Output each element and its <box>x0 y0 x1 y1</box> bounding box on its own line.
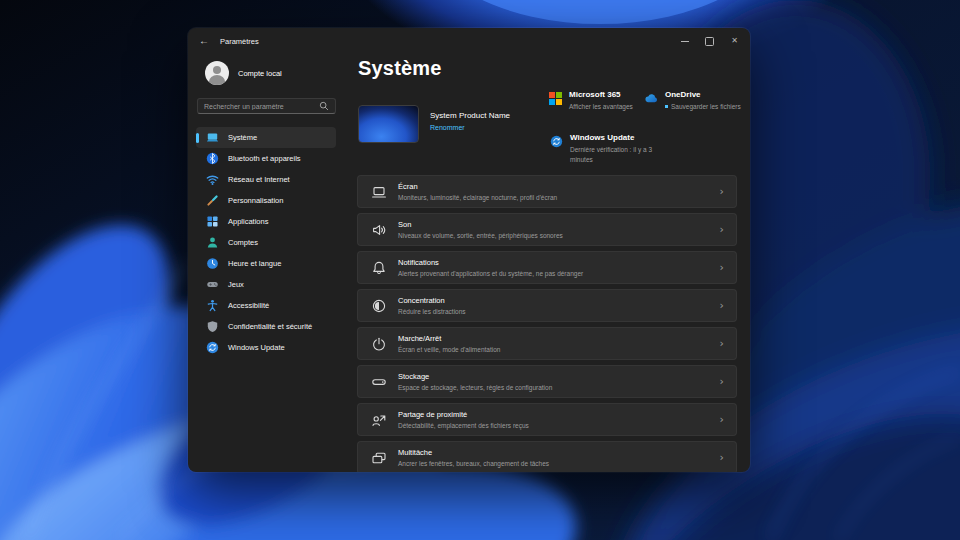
maximize-icon <box>705 37 714 46</box>
accounts-icon <box>206 236 219 249</box>
microsoft365-card[interactable]: Microsoft 365 Afficher les avantages <box>549 90 633 112</box>
accessibility-icon <box>206 299 219 312</box>
microsoft365-subtitle: Afficher les avantages <box>569 102 633 112</box>
row-partage-proximite[interactable]: Partage de proximité Détectabilité, empl… <box>357 403 737 436</box>
onedrive-title: OneDrive <box>665 90 741 99</box>
device-card: System Product Name Renommer <box>358 105 510 143</box>
sidebar-item-accessibilite[interactable]: Accessibilité <box>196 295 336 316</box>
chevron-right-icon: › <box>720 414 724 425</box>
settings-list: Écran Moniteurs, luminosité, éclairage n… <box>357 175 737 472</box>
sidebar-nav: Système Bluetooth et appareils Réseau et… <box>196 127 336 358</box>
device-name: System Product Name <box>430 111 510 120</box>
chevron-right-icon: › <box>720 186 724 197</box>
sidebar-item-label: Windows Update <box>228 343 285 352</box>
sidebar-item-label: Réseau et Internet <box>228 175 290 184</box>
chevron-right-icon: › <box>720 262 724 273</box>
sidebar-item-heure-langue[interactable]: Heure et langue <box>196 253 336 274</box>
personalization-icon <box>206 194 219 207</box>
avatar <box>205 61 229 85</box>
focus-icon <box>371 298 387 314</box>
bluetooth-icon <box>206 152 219 165</box>
row-multitache[interactable]: Multitâche Ancrer les fenêtres, bureaux,… <box>357 441 737 472</box>
search-box <box>197 98 336 114</box>
multitask-windows-icon <box>371 450 387 466</box>
row-stockage[interactable]: Stockage Espace de stockage, lecteurs, r… <box>357 365 737 398</box>
account-name: Compte local <box>238 69 282 78</box>
microsoft-logo-icon <box>549 91 562 104</box>
sidebar-item-label: Confidentialité et sécurité <box>228 322 312 331</box>
sidebar-item-applications[interactable]: Applications <box>196 211 336 232</box>
sound-icon <box>371 222 387 238</box>
sidebar: Compte local Système Bluetooth et appare… <box>188 54 344 472</box>
storage-drive-icon <box>371 374 387 390</box>
close-icon: ✕ <box>731 37 738 45</box>
sidebar-item-label: Heure et langue <box>228 259 281 268</box>
chevron-right-icon: › <box>720 376 724 387</box>
apps-icon <box>206 215 219 228</box>
device-thumbnail <box>358 105 419 143</box>
chevron-right-icon: › <box>720 300 724 311</box>
sidebar-item-windows-update[interactable]: Windows Update <box>196 337 336 358</box>
onedrive-cloud-icon <box>645 91 658 104</box>
chevron-right-icon: › <box>720 224 724 235</box>
account-card[interactable]: Compte local <box>205 61 336 85</box>
main-pane: Système System Product Name Renommer Mic… <box>344 54 750 472</box>
sidebar-item-label: Accessibilité <box>228 301 269 310</box>
onedrive-subtitle: Sauvegarder les fichiers <box>665 102 741 112</box>
sidebar-item-bluetooth[interactable]: Bluetooth et appareils <box>196 148 336 169</box>
sidebar-item-label: Personnalisation <box>228 196 283 205</box>
bullet-icon <box>665 105 668 108</box>
windows-update-card[interactable]: Windows Update Dernière vérification : i… <box>550 133 674 165</box>
window-title: Paramètres <box>220 37 259 46</box>
chevron-right-icon: › <box>720 338 724 349</box>
back-button[interactable]: ← <box>199 36 209 46</box>
search-icon <box>319 101 329 111</box>
power-icon <box>371 336 387 352</box>
windows-update-subtitle: Dernière vérification : il y a 3 minutes <box>570 145 674 165</box>
settings-window: ← Paramètres ✕ Compte local Système Blue… <box>188 28 750 472</box>
sidebar-item-label: Jeux <box>228 280 244 289</box>
window-controls: ✕ <box>672 28 747 54</box>
row-son[interactable]: Son Niveaux de volume, sortie, entrée, p… <box>357 213 737 246</box>
row-ecran[interactable]: Écran Moniteurs, luminosité, éclairage n… <box>357 175 737 208</box>
display-icon <box>371 184 387 200</box>
row-notifications[interactable]: Notifications Alertes provenant d'applic… <box>357 251 737 284</box>
sidebar-item-jeux[interactable]: Jeux <box>196 274 336 295</box>
sidebar-item-personnalisation[interactable]: Personnalisation <box>196 190 336 211</box>
bell-icon <box>371 260 387 276</box>
network-icon <box>206 173 219 186</box>
rename-link[interactable]: Renommer <box>430 124 510 131</box>
sidebar-item-confidentialite[interactable]: Confidentialité et sécurité <box>196 316 336 337</box>
nearby-share-icon <box>371 412 387 428</box>
close-button[interactable]: ✕ <box>722 28 747 54</box>
sidebar-item-label: Bluetooth et appareils <box>228 154 301 163</box>
row-marche-arret[interactable]: Marche/Arrêt Écran et veille, mode d'ali… <box>357 327 737 360</box>
sidebar-item-systeme[interactable]: Système <box>196 127 336 148</box>
gaming-icon <box>206 278 219 291</box>
microsoft365-title: Microsoft 365 <box>569 90 633 99</box>
windows-update-icon <box>206 341 219 354</box>
search-input[interactable] <box>204 103 319 110</box>
windows-update-sync-icon <box>550 134 563 147</box>
windows-update-title: Windows Update <box>570 133 674 142</box>
chevron-right-icon: › <box>720 452 724 463</box>
sidebar-item-label: Comptes <box>228 238 258 247</box>
sidebar-item-reseau[interactable]: Réseau et Internet <box>196 169 336 190</box>
sidebar-item-label: Applications <box>228 217 268 226</box>
maximize-button[interactable] <box>697 28 722 54</box>
sidebar-item-label: Système <box>228 133 257 142</box>
onedrive-card[interactable]: OneDrive Sauvegarder les fichiers <box>645 90 741 112</box>
privacy-icon <box>206 320 219 333</box>
minimize-icon <box>681 41 689 42</box>
system-icon <box>206 131 219 144</box>
page-title: Système <box>358 57 442 80</box>
row-concentration[interactable]: Concentration Réduire les distractions › <box>357 289 737 322</box>
sidebar-item-comptes[interactable]: Comptes <box>196 232 336 253</box>
time-language-icon <box>206 257 219 270</box>
minimize-button[interactable] <box>672 28 697 54</box>
titlebar: ← Paramètres ✕ <box>188 28 750 54</box>
